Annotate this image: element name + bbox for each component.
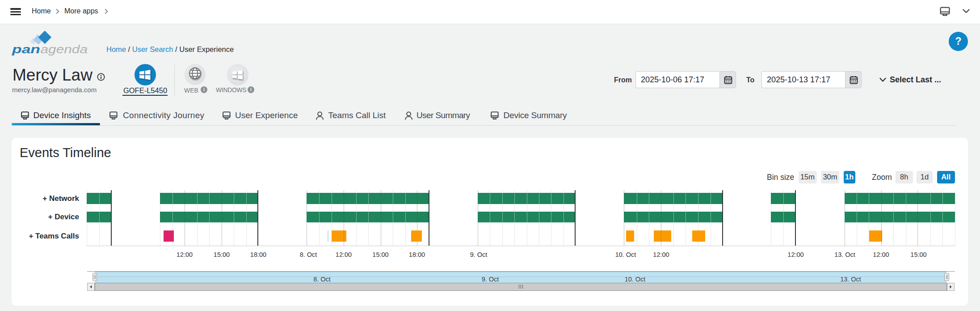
- svg-text:pan: pan: [12, 43, 40, 56]
- svg-text:agenda: agenda: [41, 43, 88, 56]
